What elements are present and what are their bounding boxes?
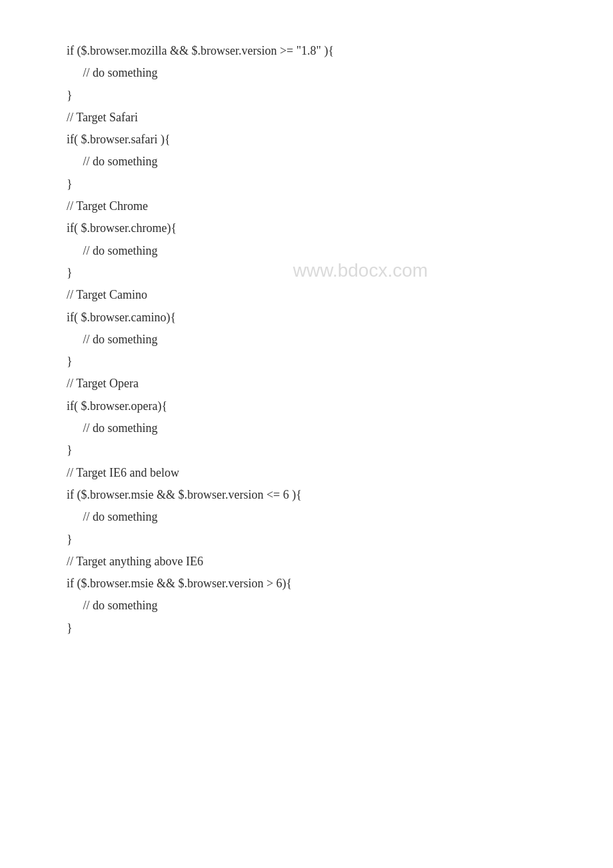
code-line: } bbox=[67, 351, 546, 373]
code-line: // Target Safari bbox=[67, 107, 546, 129]
code-line: } bbox=[67, 262, 546, 284]
code-line: // do something bbox=[67, 506, 546, 528]
code-line: if ($.browser.msie && $.browser.version … bbox=[67, 484, 546, 506]
code-line: if ($.browser.msie && $.browser.version … bbox=[67, 573, 546, 595]
code-line: if( $.browser.safari ){ bbox=[67, 129, 546, 151]
code-line: if ($.browser.mozilla && $.browser.versi… bbox=[67, 40, 546, 62]
code-line: // do something bbox=[67, 240, 546, 262]
code-line: // Target anything above IE6 bbox=[67, 551, 546, 573]
code-line: } bbox=[67, 173, 546, 195]
code-line: // Target Chrome bbox=[67, 195, 546, 217]
code-line: if( $.browser.chrome){ bbox=[67, 217, 546, 239]
code-line: } bbox=[67, 85, 546, 107]
code-line: // do something bbox=[67, 329, 546, 351]
code-line: } bbox=[67, 529, 546, 551]
code-line: if( $.browser.camino){ bbox=[67, 307, 546, 329]
code-line: if( $.browser.opera){ bbox=[67, 395, 546, 417]
code-line: // Target Opera bbox=[67, 373, 546, 395]
code-line: // Target IE6 and below bbox=[67, 462, 546, 484]
code-line: // do something bbox=[67, 62, 546, 84]
code-line: // Target Camino bbox=[67, 284, 546, 306]
code-line: // do something bbox=[67, 417, 546, 439]
code-block: if ($.browser.mozilla && $.browser.versi… bbox=[0, 0, 613, 679]
code-line: // do something bbox=[67, 595, 546, 617]
code-line: // do something bbox=[67, 151, 546, 173]
code-line: } bbox=[67, 617, 546, 639]
code-line: } bbox=[67, 439, 546, 461]
